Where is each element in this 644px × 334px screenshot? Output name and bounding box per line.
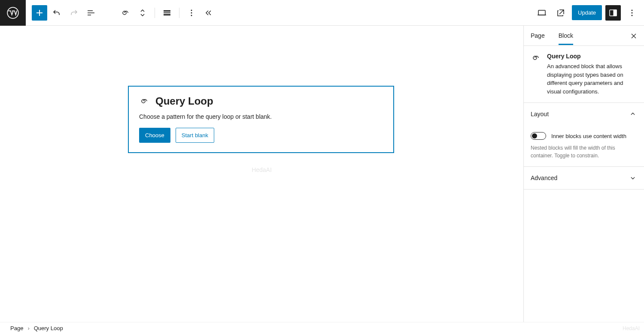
query-loop-block[interactable]: Query Loop Choose a pattern for the quer… [128,86,394,153]
block-info-title: Query Loop [547,53,637,60]
redo-icon [69,8,79,18]
chevron-up-icon [629,110,637,118]
loop-icon [531,53,541,63]
close-icon [629,32,638,40]
svg-rect-9 [614,10,617,16]
align-icon [162,8,172,18]
settings-sidebar: Page Block Query Loop An advanced block … [523,26,644,322]
device-icon [537,8,547,18]
watermark: HedaAI [252,166,272,173]
content-width-toggle-label: Inner blocks use content width [551,133,626,139]
tab-block[interactable]: Block [559,26,573,45]
block-toolbar [112,5,216,21]
tab-page[interactable]: Page [531,26,545,45]
content-width-help: Nested blocks will fill the width of thi… [531,144,637,159]
svg-rect-1 [164,10,170,12]
svg-point-5 [191,12,192,13]
options-button[interactable] [624,5,640,21]
svg-rect-3 [164,14,170,15]
toolbar-separator [155,8,155,18]
plus-icon [34,8,45,18]
svg-point-10 [632,9,633,11]
block-options-button[interactable] [184,5,199,21]
block-info-description: An advanced block that allows displaying… [547,62,637,96]
more-vertical-icon [627,8,637,18]
svg-point-6 [191,15,192,16]
advanced-panel-header[interactable]: Advanced [524,167,644,190]
loop-icon [139,96,149,106]
undo-icon [52,8,62,18]
breadcrumb-separator: › [27,325,29,331]
breadcrumb-root[interactable]: Page [10,325,23,331]
layout-panel-header[interactable]: Layout [524,103,644,125]
breadcrumb-current[interactable]: Query Loop [34,325,63,331]
block-type-button[interactable] [118,5,133,21]
advanced-panel-title: Advanced [531,175,557,181]
svg-point-4 [191,9,192,11]
settings-sidebar-button[interactable] [605,5,621,21]
svg-point-11 [632,12,633,13]
start-blank-button[interactable]: Start blank [176,128,214,143]
view-button[interactable] [534,5,550,21]
add-block-button[interactable] [32,5,47,21]
svg-rect-2 [164,12,170,13]
preview-button[interactable] [553,5,568,21]
content-width-toggle[interactable] [531,132,546,140]
topbar: Update [0,0,644,26]
layout-panel-body: Inner blocks use content width Nested bl… [524,125,644,167]
collapse-toolbar-button[interactable] [201,5,216,21]
choose-button[interactable]: Choose [139,128,170,143]
watermark-corner: HedaAI [623,325,640,331]
sidebar-icon [608,8,618,18]
sidebar-tabs: Page Block [524,26,644,46]
list-view-icon [86,8,96,18]
chevron-double-left-icon [204,8,214,18]
align-button[interactable] [159,5,175,21]
block-info-section: Query Loop An advanced block that allows… [524,46,644,103]
external-link-icon [556,8,566,18]
svg-rect-7 [538,10,545,15]
wordpress-icon [7,7,19,19]
toolbar-left [26,5,99,21]
block-title: Query Loop [155,95,213,107]
breadcrumb: Page › Query Loop HedaAI [0,322,644,334]
block-description: Choose a pattern for the query loop or s… [139,113,383,120]
redo-button[interactable] [66,5,82,21]
more-vertical-icon [186,8,197,18]
svg-point-12 [632,15,633,16]
move-block-button[interactable] [135,5,150,21]
update-button[interactable]: Update [572,5,602,20]
wordpress-logo[interactable] [0,0,26,26]
toolbar-right: Update [534,5,644,21]
toolbar-separator [179,8,179,18]
move-icon [137,8,148,18]
chevron-down-icon [629,174,637,182]
undo-button[interactable] [49,5,64,21]
loop-icon [120,8,131,18]
close-sidebar-button[interactable] [629,31,639,41]
toggle-thumb [532,133,537,138]
layout-panel-title: Layout [531,111,549,117]
editor-canvas[interactable]: Query Loop Choose a pattern for the quer… [0,26,523,322]
document-overview-button[interactable] [83,5,99,21]
